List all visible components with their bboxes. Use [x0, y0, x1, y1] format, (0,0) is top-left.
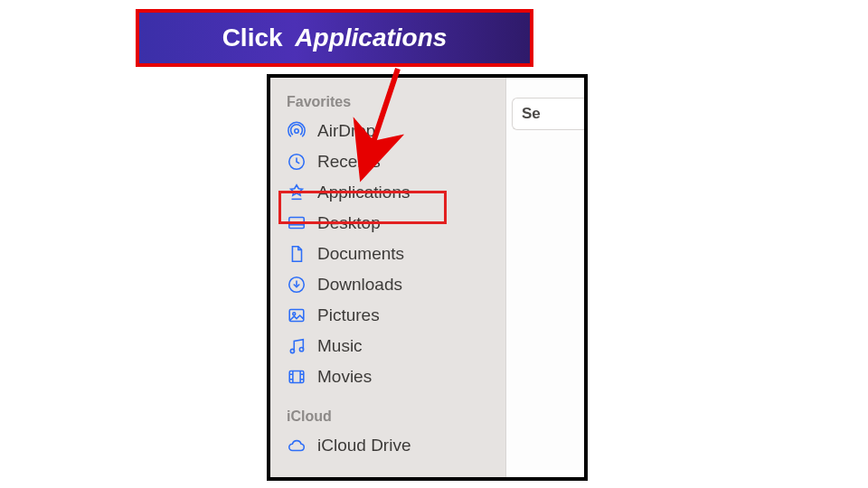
sidebar-item-label: Applications [317, 183, 410, 203]
sidebar-item-documents[interactable]: Documents [270, 239, 505, 269]
document-icon [285, 242, 308, 266]
sidebar-item-label: Downloads [317, 275, 402, 296]
sidebar-item-icloud-drive[interactable]: iCloud Drive [270, 430, 505, 461]
applications-icon [285, 181, 308, 204]
cloud-icon [285, 434, 308, 457]
toolbar-tab-partial[interactable]: Se [512, 98, 588, 130]
svg-rect-3 [289, 218, 305, 229]
pictures-icon [285, 304, 308, 327]
sidebar-item-airdrop[interactable]: AirDrop [270, 116, 505, 146]
sidebar-item-pictures[interactable]: Pictures [270, 300, 505, 331]
svg-point-8 [290, 349, 294, 352]
callout-target: Applications [295, 23, 447, 52]
svg-point-7 [293, 313, 296, 315]
sidebar-item-desktop[interactable]: Desktop [270, 208, 505, 239]
section-header-favorites: Favorites [270, 90, 505, 116]
sidebar-item-label: iCloud Drive [317, 436, 410, 456]
download-icon [285, 273, 308, 296]
sidebar-item-movies[interactable]: Movies [270, 361, 505, 392]
svg-point-1 [295, 129, 298, 133]
svg-point-9 [299, 348, 303, 352]
sidebar-item-label: Movies [317, 367, 372, 388]
sidebar-item-label: Pictures [317, 305, 380, 326]
sidebar-item-label: Recents [317, 152, 381, 173]
sidebar-item-label: Documents [317, 244, 404, 265]
svg-rect-10 [289, 371, 304, 383]
sidebar-item-music[interactable]: Music [270, 331, 505, 361]
content-pane-peek: Se [505, 78, 588, 477]
finder-sidebar: Favorites AirDrop Recents [270, 78, 505, 477]
airdrop-icon [285, 119, 308, 143]
desktop-icon [285, 211, 308, 235]
section-header-icloud: iCloud [270, 405, 505, 430]
clock-icon [285, 150, 308, 174]
callout-prefix: Click [222, 23, 283, 52]
instruction-callout: Click Applications [136, 9, 533, 67]
finder-window-crop: Favorites AirDrop Recents [267, 74, 588, 481]
callout-text: Click Applications [222, 23, 448, 52]
sidebar-item-label: Desktop [317, 213, 381, 234]
sidebar-item-recents[interactable]: Recents [270, 146, 505, 177]
sidebar-item-label: AirDrop [317, 121, 375, 142]
sidebar-item-downloads[interactable]: Downloads [270, 269, 505, 300]
sidebar-item-applications[interactable]: Applications [270, 177, 505, 208]
sidebar-item-label: Music [317, 336, 363, 357]
movies-icon [285, 365, 308, 389]
music-icon [285, 334, 308, 358]
